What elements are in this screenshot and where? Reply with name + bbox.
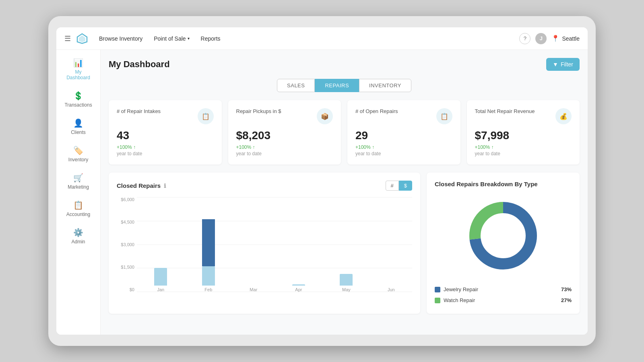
nav-reports[interactable]: Reports	[197, 33, 225, 44]
y-axis-label: $4,500	[117, 220, 136, 224]
help-button[interactable]: ?	[519, 33, 530, 44]
sidebar-item-my-dashboard[interactable]: 📊 My Dashboard	[60, 53, 97, 85]
admin-icon: ⚙️	[73, 228, 83, 237]
legend-left: Jewelry Repair	[435, 286, 478, 292]
dashboard-tabs: SALESREPAIRSINVENTORY	[109, 79, 580, 92]
clients-icon: 👤	[73, 118, 83, 128]
filter-icon: ▼	[553, 61, 558, 68]
bar-x-label: Jun	[388, 287, 395, 292]
chart-toggle-hash[interactable]: #	[386, 181, 399, 191]
bar-light	[340, 274, 353, 286]
sidebar-item-accounting[interactable]: 📋 Accounting	[60, 195, 97, 222]
bar-group: Apr	[292, 284, 305, 292]
stat-icon-3: 💰	[555, 108, 572, 124]
top-nav: ☰ Browse Inventory Point of Sale ▾ Repor…	[56, 27, 588, 50]
bars-container: Jan Feb Mar Apr	[137, 197, 412, 302]
sidebar-item-inventory[interactable]: 🏷️ Inventory	[60, 141, 97, 167]
user-avatar[interactable]: J	[535, 33, 547, 44]
y-axis-label: $6,000	[117, 197, 136, 202]
y-axis-label: $0	[117, 287, 136, 292]
inventory-icon: 🏷️	[73, 146, 83, 155]
marketing-icon: 🛒	[73, 173, 83, 183]
bar-chart-title: Closed Repairs ℹ	[117, 182, 166, 189]
sidebar-item-clients[interactable]: 👤 Clients	[60, 113, 97, 140]
charts-row: Closed Repairs ℹ # $ $0$1,500$3,000$4,50…	[109, 173, 580, 314]
sidebar-item-marketing[interactable]: 🛒 Marketing	[60, 168, 97, 195]
bar-x-label: Feb	[204, 287, 212, 292]
info-icon[interactable]: ℹ	[164, 183, 166, 189]
bar-chart-area: $0$1,500$3,000$4,500$6,000 Jan Feb	[117, 197, 412, 302]
bar-group: Jan	[154, 268, 167, 292]
nav-right: ? J 📍 Seattle	[519, 33, 580, 44]
bar-group: Jun	[388, 284, 395, 292]
stat-change-2: +100% ↑	[355, 144, 452, 150]
tab-repairs[interactable]: REPAIRS	[315, 79, 359, 92]
stat-card-1: Repair Pickups in $ 📦 $8,203 +100% ↑ yea…	[228, 100, 341, 165]
tab-inventory[interactable]: INVENTORY	[359, 79, 411, 92]
stat-card-header-2: # of Open Repairs 📋	[355, 108, 452, 124]
legend-percentage: 27%	[561, 297, 572, 303]
stat-period-0: year to date	[117, 151, 214, 156]
bar-light	[154, 268, 167, 286]
y-axis-labels: $0$1,500$3,000$4,500$6,000	[117, 197, 136, 292]
bar-group: May	[340, 274, 353, 292]
location-pin-icon: 📍	[551, 35, 559, 42]
stat-card-header-1: Repair Pickups in $ 📦	[236, 108, 333, 124]
tab-sales[interactable]: SALES	[277, 79, 315, 92]
filter-button[interactable]: ▼ Filter	[546, 58, 580, 71]
main-layout: 📊 My Dashboard 💲 Transactions 👤 Clients …	[56, 50, 588, 335]
transactions-icon: 💲	[73, 91, 83, 101]
bar-chart: $0$1,500$3,000$4,500$6,000 Jan Feb	[117, 197, 412, 302]
bar-group: Feb	[202, 219, 215, 292]
bar-chart-card: Closed Repairs ℹ # $ $0$1,500$3,000$4,50…	[109, 173, 420, 314]
bar-x-label: May	[342, 287, 351, 292]
legend-color-dot	[435, 287, 440, 292]
sidebar-label-transactions: Transactions	[64, 102, 92, 108]
sidebar-label-inventory: Inventory	[68, 157, 88, 162]
stat-icon-0: 📋	[198, 108, 214, 124]
donut-container	[435, 195, 572, 276]
y-axis-label: $3,000	[117, 242, 136, 247]
stat-period-3: year to date	[475, 151, 572, 156]
stat-cards: # of Repair Intakes 📋 43 +100% ↑ year to…	[109, 100, 580, 165]
stat-card-0: # of Repair Intakes 📋 43 +100% ↑ year to…	[109, 100, 222, 165]
y-axis-label: $1,500	[117, 265, 136, 269]
stat-value-3: $7,998	[475, 129, 572, 142]
bar-chart-header: Closed Repairs ℹ # $	[117, 181, 412, 191]
hamburger-icon[interactable]: ☰	[64, 34, 71, 43]
stat-change-1: +100% ↑	[236, 144, 333, 150]
nav-links: Browse Inventory Point of Sale ▾ Reports	[95, 33, 519, 44]
donut-chart-title: Closed Repairs Breakdown By Type	[435, 181, 538, 187]
stat-icon-1: 📦	[317, 108, 333, 124]
sidebar: 📊 My Dashboard 💲 Transactions 👤 Clients …	[56, 50, 101, 335]
main-content: My Dashboard ▼ Filter SALESREPAIRSINVENT…	[101, 50, 588, 335]
legend-left: Watch Repair	[435, 297, 475, 303]
donut-chart-card: Closed Repairs Breakdown By Type Jewelry…	[427, 173, 580, 314]
sidebar-label-admin: Admin	[71, 239, 85, 245]
bar-light	[202, 266, 215, 286]
stat-value-0: 43	[117, 129, 214, 142]
chart-toggle-dollar[interactable]: $	[399, 181, 412, 191]
location-selector[interactable]: 📍 Seattle	[551, 35, 580, 42]
legend: Jewelry Repair 73% Watch Repair 27%	[435, 284, 572, 306]
sidebar-item-admin[interactable]: ⚙️ Admin	[60, 223, 97, 249]
legend-item: Jewelry Repair 73%	[435, 284, 572, 295]
stat-card-2: # of Open Repairs 📋 29 +100% ↑ year to d…	[347, 100, 460, 165]
bar-x-label: Mar	[250, 287, 257, 292]
sidebar-item-transactions[interactable]: 💲 Transactions	[60, 86, 97, 113]
sidebar-label-marketing: Marketing	[68, 184, 89, 190]
bar-stack	[202, 219, 215, 286]
my-dashboard-icon: 📊	[73, 58, 83, 68]
bar-x-label: Apr	[295, 287, 302, 292]
stat-value-2: 29	[355, 129, 452, 142]
accounting-icon: 📋	[73, 200, 83, 210]
bar-light	[292, 284, 305, 286]
bar-group: Mar	[250, 284, 257, 292]
nav-browse-inventory[interactable]: Browse Inventory	[95, 33, 147, 44]
tablet-frame: ☰ Browse Inventory Point of Sale ▾ Repor…	[48, 16, 596, 346]
nav-point-of-sale[interactable]: Point of Sale ▾	[150, 33, 193, 44]
sidebar-label-clients: Clients	[71, 130, 86, 135]
legend-label: Watch Repair	[444, 297, 475, 303]
bar-x-label: Jan	[157, 287, 164, 292]
bar-stack	[154, 268, 167, 286]
